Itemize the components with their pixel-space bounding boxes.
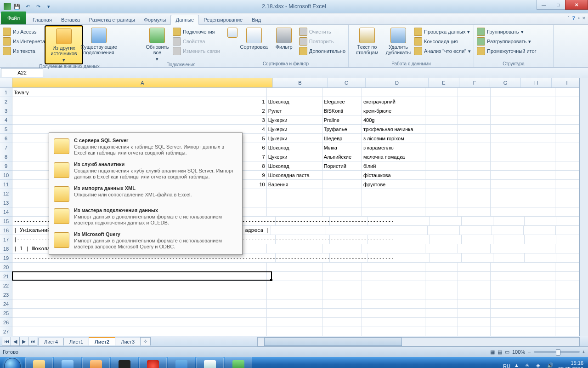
cell[interactable] — [491, 327, 523, 336]
taskbar-excel[interactable] — [225, 357, 252, 368]
cell[interactable] — [462, 253, 493, 263]
cell[interactable] — [368, 217, 430, 226]
cell[interactable] — [523, 134, 556, 143]
cell[interactable] — [523, 272, 556, 281]
cell[interactable] — [12, 263, 267, 272]
cell[interactable] — [425, 161, 458, 171]
cell[interactable] — [322, 318, 362, 327]
cell[interactable] — [458, 88, 491, 97]
cell[interactable] — [460, 226, 492, 235]
cell[interactable] — [362, 309, 425, 318]
qat-dropdown-icon[interactable]: ▾ — [44, 2, 53, 11]
row-header[interactable]: 11 — [0, 180, 12, 189]
connections-button[interactable]: Подключения — [173, 28, 220, 36]
cell[interactable] — [425, 327, 458, 336]
cell[interactable] — [492, 226, 524, 235]
ungroup-button[interactable]: Разгруппировать ▾ — [477, 37, 537, 46]
cell[interactable] — [523, 97, 556, 106]
cell[interactable] — [458, 97, 491, 106]
cell[interactable]: з лісовим горіхом — [362, 134, 425, 143]
zoom-level[interactable]: 100% — [512, 349, 525, 355]
col-header[interactable]: F — [459, 78, 490, 87]
cell[interactable] — [523, 115, 556, 125]
dd-data-connection-wizard[interactable]: Из мастера подключения данныхИмпорт данн… — [49, 205, 242, 229]
cell[interactable] — [267, 290, 322, 299]
network-icon[interactable]: 🔊 — [547, 362, 554, 368]
cell[interactable] — [425, 263, 458, 272]
cell[interactable] — [430, 253, 462, 263]
cell[interactable] — [425, 309, 458, 318]
cell[interactable] — [525, 235, 556, 244]
cell[interactable] — [491, 263, 523, 272]
cell[interactable] — [458, 198, 491, 207]
cell[interactable] — [425, 318, 458, 327]
col-header[interactable]: A — [12, 78, 273, 87]
cell[interactable] — [491, 115, 523, 125]
start-button[interactable] — [0, 357, 25, 368]
minimize-button[interactable]: — — [537, 0, 551, 10]
cell[interactable]: Шоколад — [267, 143, 322, 152]
cell[interactable] — [362, 272, 425, 281]
row-header[interactable]: 8 — [0, 152, 12, 161]
row-header[interactable]: 24 — [0, 299, 12, 309]
cell[interactable] — [425, 180, 458, 189]
cell[interactable] — [523, 299, 556, 309]
row-header[interactable]: 15 — [0, 217, 12, 226]
cell[interactable] — [267, 272, 322, 281]
col-header[interactable]: I — [552, 78, 582, 87]
close-button[interactable]: ✕ — [565, 0, 588, 10]
taskbar-paint[interactable] — [196, 357, 224, 368]
help-icon[interactable]: ? — [572, 15, 575, 21]
cell[interactable] — [330, 235, 368, 244]
cell[interactable] — [425, 290, 458, 299]
zoom-out-button[interactable]: − — [528, 349, 531, 355]
col-header[interactable]: D — [366, 78, 429, 87]
row-header[interactable]: 20 — [0, 263, 12, 272]
cell[interactable] — [523, 125, 556, 134]
cell[interactable] — [493, 217, 525, 226]
view-layout-icon[interactable]: ▤ — [498, 349, 502, 355]
close-workbook-icon[interactable]: × — [582, 15, 585, 21]
col-header[interactable]: H — [521, 78, 552, 87]
cell[interactable] — [322, 272, 362, 281]
cell[interactable] — [491, 318, 523, 327]
taskbar-explorer[interactable] — [25, 357, 53, 368]
cell[interactable]: Tovary — [12, 88, 267, 97]
cell[interactable]: Praline — [322, 115, 362, 125]
cell[interactable] — [322, 207, 362, 217]
advanced-filter-button[interactable]: Дополнительно — [299, 47, 345, 55]
row-header[interactable]: 17 — [0, 235, 12, 244]
cell[interactable] — [362, 207, 425, 217]
tray-icon[interactable]: ▲ — [514, 362, 521, 368]
taskbar-clock[interactable]: 15:1608.05.2012 — [558, 360, 583, 368]
cell[interactable] — [458, 244, 491, 253]
cell[interactable]: 3 — [12, 115, 267, 125]
tray-icon[interactable]: ◈ — [536, 362, 543, 368]
save-icon[interactable]: 💾 — [12, 2, 22, 11]
sheet-tab[interactable]: Лист1 — [63, 338, 89, 345]
cell[interactable] — [330, 217, 368, 226]
redo-icon[interactable]: ↷ — [34, 2, 43, 11]
cell[interactable] — [491, 143, 523, 152]
cell[interactable] — [425, 171, 458, 180]
group-button[interactable]: Группировать ▾ — [477, 28, 537, 36]
tray-icon[interactable]: ✳ — [525, 362, 532, 368]
cell[interactable]: молочна помадка — [362, 152, 425, 161]
zoom-slider[interactable] — [534, 351, 580, 353]
tab-review[interactable]: Рецензирование — [199, 15, 247, 24]
cell[interactable] — [491, 171, 523, 180]
cell[interactable] — [430, 217, 462, 226]
cell[interactable] — [12, 281, 267, 290]
cell[interactable] — [458, 134, 491, 143]
zoom-in-button[interactable]: + — [582, 349, 585, 355]
cell[interactable] — [322, 88, 362, 97]
cell[interactable] — [425, 207, 458, 217]
view-normal-icon[interactable]: ▦ — [490, 349, 495, 355]
data-validation-button[interactable]: Проверка данных ▾ — [414, 28, 471, 36]
taskbar-ie[interactable] — [54, 357, 81, 368]
col-header[interactable]: B — [273, 78, 328, 87]
consolidate-button[interactable]: Консолидация — [414, 37, 471, 46]
vertical-scrollbar[interactable] — [579, 78, 588, 336]
cell[interactable] — [458, 207, 491, 217]
cell[interactable] — [267, 309, 322, 318]
